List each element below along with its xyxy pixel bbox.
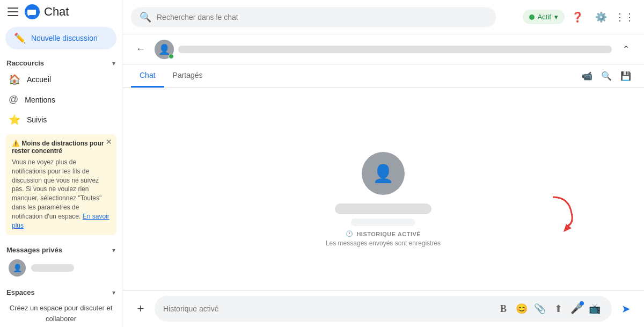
nav-item-label: Suivis <box>27 115 47 124</box>
contact-header-avatar: 👤 <box>155 40 174 59</box>
format-text-button[interactable]: B <box>495 300 512 317</box>
status-chevron-icon: ▾ <box>554 13 558 21</box>
send-icon: ➤ <box>621 302 631 315</box>
back-button[interactable]: ← <box>131 40 150 59</box>
messages-prives-chevron-icon: ▾ <box>112 246 115 254</box>
chat-input-area: + B 😊 📎 ⬆ <box>122 290 644 327</box>
send-button[interactable]: ➤ <box>616 299 635 318</box>
sidebar-item-accueil[interactable]: 🏠 Accueil <box>0 69 118 90</box>
sidebar: Chat ✏️ Nouvelle discussion Raccourcis ▾… <box>0 0 122 327</box>
plus-icon: + <box>137 302 144 316</box>
chat-logo-icon <box>25 4 40 19</box>
status-badge[interactable]: Actif ▾ <box>523 10 565 24</box>
chat-body: 👤 🕐 HISTORIQUE ACTIVÉ Les messages envoy… <box>122 88 644 290</box>
new-discussion-button[interactable]: ✏️ Nouvelle discussion <box>5 27 116 49</box>
notification-text: Vous ne voyez plus de notifications pour… <box>12 158 110 230</box>
mic-active-dot <box>580 301 584 306</box>
raccourcis-label: Raccourcis <box>6 59 44 67</box>
attachment-icon: 📎 <box>534 303 546 315</box>
star-icon: ⭐ <box>9 114 20 126</box>
emoji-icon: 😊 <box>516 303 528 315</box>
search-bar: 🔍 <box>131 7 496 27</box>
tab-chat[interactable]: Chat <box>131 64 164 88</box>
notification-close-button[interactable]: ✕ <box>106 137 112 146</box>
apps-button[interactable]: ⋮⋮ <box>614 6 635 28</box>
message-input[interactable] <box>163 304 491 313</box>
help-button[interactable]: ❓ <box>567 6 588 28</box>
raccourcis-chevron-icon: ▾ <box>112 60 115 67</box>
nav-item-label: Accueil <box>27 75 51 84</box>
new-discussion-label: Nouvelle discussion <box>31 34 98 42</box>
espaces-create-text: Créez un espace pour discuter et collabo… <box>0 299 122 327</box>
nav-item-label: Mentions <box>25 96 55 104</box>
expand-button[interactable]: ⌃ <box>616 40 635 59</box>
avatar-icon: 👤 <box>158 43 170 55</box>
contact-avatar-large: 👤 <box>362 152 405 195</box>
sidebar-item-mentions[interactable]: @ Mentions <box>0 90 118 110</box>
input-actions: B 😊 📎 ⬆ 🎤 <box>495 300 603 317</box>
notification-box: ✕ ⚠️ Moins de distractions pour rester c… <box>5 134 116 235</box>
history-clock-icon: 🕐 <box>346 230 354 237</box>
add-content-button[interactable]: + <box>131 299 150 318</box>
espaces-header[interactable]: Espaces ▾ <box>0 284 122 299</box>
chat-window: ← 👤 ⌃ Chat Partagés 📹 🔍 💾 👤 <box>122 34 644 327</box>
meet-icon: 📺 <box>589 303 601 315</box>
topbar: 🔍 Actif ▾ ❓ ⚙️ ⋮⋮ <box>122 0 644 34</box>
messages-prives-section: Messages privés ▾ 👤 <box>0 242 122 280</box>
mic-button-wrapper: 🎤 <box>568 300 585 317</box>
contact-name <box>31 264 74 272</box>
online-indicator <box>169 54 174 59</box>
search-input[interactable] <box>157 13 487 21</box>
espaces-label: Espaces <box>6 288 35 296</box>
meet-button[interactable]: 📺 <box>586 300 603 317</box>
chat-tabs-bar: Chat Partagés 📹 🔍 💾 <box>122 64 644 88</box>
espaces-chevron-icon: ▾ <box>112 289 115 296</box>
app-logo: Chat <box>25 4 69 19</box>
red-arrow-indicator <box>537 192 580 236</box>
status-label: Actif <box>538 13 551 21</box>
messages-prives-label: Messages privés <box>6 246 62 254</box>
avatar-large-icon: 👤 <box>372 163 394 184</box>
contact-sub-blurred <box>351 219 415 226</box>
chat-tabs: Chat Partagés <box>131 64 211 88</box>
mention-icon: @ <box>9 94 18 105</box>
history-label: 🕐 HISTORIQUE ACTIVÉ <box>346 230 421 237</box>
history-info: 🕐 HISTORIQUE ACTIVÉ Les messages envoyés… <box>326 230 441 247</box>
espaces-section: Espaces ▾ Créez un espace pour discuter … <box>0 284 122 327</box>
contact-avatar: 👤 <box>9 259 26 277</box>
app-title: Chat <box>44 5 69 19</box>
contact-name-blurred <box>335 204 431 214</box>
settings-button[interactable]: ⚙️ <box>590 6 612 28</box>
notification-title: ⚠️ Moins de distractions pour rester con… <box>12 140 110 155</box>
status-dot <box>529 14 535 20</box>
pencil-icon: ✏️ <box>14 32 26 44</box>
search-icon: 🔍 <box>140 11 151 23</box>
main-content: 🔍 Actif ▾ ❓ ⚙️ ⋮⋮ ← 👤 ⌃ <box>122 0 644 327</box>
raccourcis-section-header[interactable]: Raccourcis ▾ <box>0 55 122 69</box>
format-bold-icon: B <box>500 303 507 315</box>
sidebar-item-suivis[interactable]: ⭐ Suivis <box>0 110 118 130</box>
upload-icon: ⬆ <box>554 303 562 315</box>
attachment-button[interactable]: 📎 <box>531 300 548 317</box>
save-button[interactable]: 💾 <box>616 67 635 86</box>
upload-button[interactable]: ⬆ <box>550 300 567 317</box>
contact-list-item[interactable]: 👤 <box>0 256 118 280</box>
chat-header: ← 👤 ⌃ <box>122 34 644 64</box>
sidebar-header: Chat <box>0 0 122 24</box>
search-in-chat-button[interactable]: 🔍 <box>597 67 616 86</box>
tab-partages[interactable]: Partagés <box>164 64 211 88</box>
emoji-button[interactable]: 😊 <box>513 300 530 317</box>
home-icon: 🏠 <box>9 74 20 85</box>
video-call-button[interactable]: 📹 <box>577 67 597 86</box>
message-input-box: B 😊 📎 ⬆ 🎤 <box>155 296 612 322</box>
contact-header-name <box>178 46 612 53</box>
hamburger-menu-button[interactable] <box>6 5 19 18</box>
history-sub: Les messages envoyés sont enregistrés <box>326 239 441 247</box>
topbar-right: Actif ▾ ❓ ⚙️ ⋮⋮ <box>523 6 635 28</box>
messages-prives-header[interactable]: Messages privés ▾ <box>0 242 122 256</box>
